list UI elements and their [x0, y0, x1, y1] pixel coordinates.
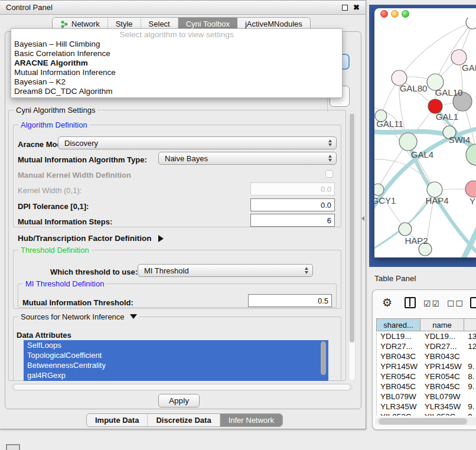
unchecked-boxes-icon[interactable]: ☐☐ — [447, 299, 464, 308]
tab-jactivemnodules-label: jActiveMNodules — [245, 19, 302, 28]
table-panel: ⚙ ☑☑ ☐☐ shared... name YDL19... YDL19...… — [372, 289, 476, 430]
node-gcy1[interactable] — [374, 184, 384, 195]
mac-zoom-icon[interactable] — [402, 10, 409, 18]
cell: YPR145W — [377, 361, 421, 371]
bottom-tab-bar: Impute Data Discretize Data Infer Networ… — [86, 413, 283, 427]
dropdown-item-selected[interactable]: ARACNE Algorithm — [11, 58, 342, 68]
node-partial[interactable] — [466, 18, 476, 29]
table-row[interactable]: YIL052C YIL052C 9. — [377, 412, 476, 416]
table-row[interactable]: YLR345W YLR345W 9. — [377, 402, 476, 412]
scrollbar-thumb[interactable] — [13, 384, 351, 390]
close-icon[interactable]: ✖ — [353, 3, 360, 12]
tab-cyni-toolbox-label: Cyni Toolbox — [186, 19, 230, 28]
attribute-item-selected[interactable]: SelfLoops — [24, 340, 328, 350]
tab-infer-network[interactable]: Infer Network — [220, 414, 282, 426]
tab-discretize-data[interactable]: Discretize Data — [148, 414, 220, 426]
network-view-panel: GAL GAL80 GAL10 GAL1 GAL11 SWI4 GAL4 GCY… — [369, 5, 476, 267]
mi-type-select[interactable]: Naive Bayes — [158, 152, 337, 165]
splitter-collapse-icon[interactable] — [361, 216, 364, 221]
group-title: Algorithm Definition — [18, 120, 90, 129]
cell: YDL19... — [377, 331, 421, 341]
mi-steps-field[interactable]: 6 — [250, 214, 335, 227]
node-gal4[interactable] — [399, 133, 417, 151]
column-header-shared[interactable]: shared... — [376, 318, 420, 331]
dropdown-item[interactable]: Bayesian – Hill Climbing — [11, 40, 342, 49]
column-header-name[interactable]: name — [420, 318, 464, 331]
node-label: GAL — [462, 63, 476, 73]
table-body[interactable]: YDL19... YDL19... 13 YDR27... YDR27... 1… — [376, 331, 476, 416]
node-salmon[interactable] — [465, 181, 476, 197]
float-window-icon[interactable] — [342, 5, 348, 11]
cell: YBR043C — [377, 351, 421, 361]
collapsed-panel-icon[interactable] — [6, 444, 20, 450]
table-header-row: shared... name — [376, 318, 476, 331]
which-threshold-label: Which threshold to use: — [50, 268, 138, 276]
mac-close-icon[interactable] — [380, 10, 388, 18]
node-label: GAL4 — [411, 149, 433, 159]
group-title: Threshold Definition — [18, 246, 92, 255]
dropdown-item[interactable]: Basic Correlation Inference — [11, 49, 342, 58]
combo-stepper-icon — [328, 139, 332, 146]
cell: YBR045C — [421, 381, 465, 392]
apply-button[interactable]: Apply — [158, 394, 200, 407]
attributes-scrollbar[interactable] — [321, 341, 326, 379]
control-panel-titlebar: Control Panel ✖ — [0, 1, 366, 15]
sources-expander[interactable]: Sources for Network Inference — [18, 312, 139, 321]
node-label: HAP4 — [425, 195, 448, 206]
group-title: Cyni Algorithm Settings — [14, 106, 97, 115]
kernel-width-field[interactable]: 0.0 — [250, 182, 335, 195]
manual-kernel-checkbox[interactable] — [325, 170, 333, 178]
node-big-green[interactable] — [466, 144, 476, 165]
cell: 9. — [464, 381, 476, 392]
which-threshold-select[interactable]: MI Threshold — [138, 264, 313, 277]
network-canvas[interactable]: GAL GAL80 GAL10 GAL1 GAL11 SWI4 GAL4 GCY… — [374, 18, 476, 257]
network-graph: GAL GAL80 GAL10 GAL1 GAL11 SWI4 GAL4 GCY… — [374, 18, 476, 257]
dpi-tolerance-field[interactable]: 0.0 — [250, 198, 335, 211]
tab-select-label: Select — [149, 19, 170, 28]
table-row[interactable]: YDR27... YDR27... 12 — [377, 341, 476, 351]
checked-boxes-icon[interactable]: ☑☑ — [423, 299, 441, 308]
combo-stepper-icon — [328, 155, 332, 162]
table-row[interactable]: YBR045C YBR045C 9. — [377, 381, 476, 392]
mi-threshold-field[interactable]: 0.5 — [248, 294, 332, 307]
attribute-item-selected[interactable]: gal4RGexp — [24, 370, 328, 380]
dropdown-item[interactable]: Dream8 DC_TDC Algorithm — [11, 87, 342, 96]
dropdown-item[interactable]: Mutual Information Inference — [11, 68, 342, 77]
attribute-item-selected[interactable]: TopologicalCoefficient — [24, 350, 328, 360]
mi-type-value: Naive Bayes — [165, 154, 208, 163]
scrollbar-thumb[interactable] — [321, 341, 326, 375]
cell — [464, 351, 476, 361]
tab-impute-data[interactable]: Impute Data — [87, 414, 148, 426]
dropdown-item[interactable]: Bayesian – K2 — [11, 77, 342, 87]
data-attributes-list[interactable]: SelfLoops TopologicalCoefficient Between… — [24, 340, 328, 381]
aracne-mode-value: Discovery — [64, 139, 98, 148]
table-row[interactable]: YER054C YER054C 8. — [377, 371, 476, 381]
tab-infer-label: Infer Network — [229, 416, 274, 425]
aracne-mode-select[interactable]: Discovery — [58, 136, 337, 149]
cell: YER054C — [377, 371, 421, 381]
node-label: SWI4 — [449, 135, 471, 145]
node-label: GAL10 — [435, 87, 463, 97]
columns-icon[interactable] — [405, 297, 416, 308]
scrollbar-thumb[interactable] — [350, 113, 354, 343]
attribute-item-selected[interactable]: BetweennessCentrality — [24, 360, 328, 370]
teal-edges — [374, 107, 476, 257]
data-attributes-label: Data Attributes — [17, 331, 71, 340]
settings-horizontal-scrollbar[interactable] — [12, 383, 353, 391]
node-hap2[interactable] — [399, 223, 412, 236]
table-row[interactable]: YDL19... YDL19... 13 — [377, 331, 476, 341]
column-header-partial[interactable] — [464, 318, 476, 331]
network-icon — [60, 20, 69, 28]
scrollbar-thumb[interactable] — [379, 418, 467, 425]
partial-toolbar-icon[interactable] — [470, 297, 476, 308]
mac-minimize-icon[interactable] — [391, 10, 399, 18]
settings-vertical-scrollbar[interactable] — [348, 112, 356, 381]
cell: YPR145W — [421, 361, 465, 371]
gear-icon[interactable]: ⚙ — [382, 296, 392, 309]
table-row[interactable]: YBR043C YBR043C — [377, 351, 476, 361]
hub-definition-expander[interactable]: Hub/Transcription Factor Definition — [18, 234, 164, 243]
dpi-tolerance-label: DPI Tolerance [0,1]: — [18, 202, 89, 211]
table-horizontal-scrollbar[interactable] — [375, 418, 476, 425]
table-row[interactable]: YBL079W YBL079W — [377, 392, 476, 402]
table-row[interactable]: YPR145W YPR145W 9. — [377, 361, 476, 371]
